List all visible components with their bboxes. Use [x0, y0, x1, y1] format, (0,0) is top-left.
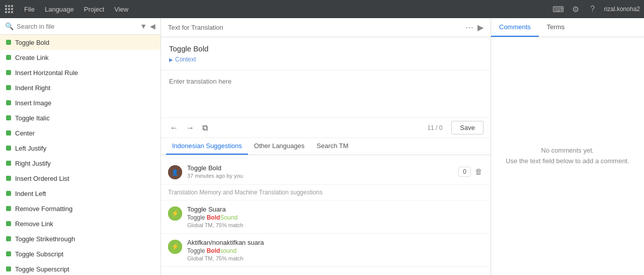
help-icon[interactable]: ? — [587, 4, 598, 15]
sidebar-item-insert-ordered-list[interactable]: Insert Ordered List — [0, 171, 160, 186]
sidebar-item-remove-formatting[interactable]: Remove Formatting — [0, 201, 160, 216]
tm-match: Global TM, 75% match — [187, 222, 484, 228]
sidebar-item-create-link[interactable]: Create Link — [0, 50, 160, 65]
search-bar: 🔍 ▼ ◀ — [0, 18, 160, 35]
filter-icon[interactable]: ▼ — [140, 22, 147, 30]
status-dot — [6, 40, 11, 45]
right-tabs: Comments Terms — [491, 18, 644, 37]
topbar-right: ⌨ ⚙ ? rizal.konoha2 — [553, 4, 640, 15]
character-counter: 11 / 0 — [427, 124, 442, 131]
keyboard-icon[interactable]: ⌨ — [553, 4, 564, 15]
tm-suggestion-item: ⚡ Aktifkan/nonaktifkan suara Toggle Bold… — [161, 234, 491, 267]
settings-icon[interactable]: ⚙ — [570, 4, 581, 15]
topbar-menu: File Language Project View — [20, 4, 132, 15]
sidebar-item-insert-horizontal-rule[interactable]: Insert Horizontal Rule — [0, 65, 160, 80]
tm-title: Aktifkan/nonaktifkan suara — [187, 239, 484, 246]
suggestion-meta: 37 minutes ago by you — [187, 173, 453, 179]
sidebar-item-toggle-superscript[interactable]: Toggle Superscript — [0, 261, 160, 275]
source-string-area: Toggle Bold ▶ Context — [161, 37, 491, 71]
sidebar-list: Toggle Bold Create Link Insert Horizonta… — [0, 35, 160, 275]
sidebar-item-remove-link[interactable]: Remove Link — [0, 216, 160, 231]
translation-header-icons: ⋯ ▶ — [465, 23, 484, 32]
translation-header: Text for Translation ⋯ ▶ — [161, 18, 491, 37]
status-dot — [6, 251, 11, 256]
copy-source-button[interactable]: ⧉ — [200, 121, 210, 134]
tm-highlight-sound: Sound — [220, 214, 237, 221]
comments-content: No comments yet. Use the text field belo… — [491, 37, 644, 275]
menu-view[interactable]: View — [110, 4, 132, 15]
translation-textarea[interactable] — [161, 71, 491, 116]
status-dot — [6, 100, 11, 105]
search-input[interactable] — [17, 23, 137, 30]
tab-search-tm[interactable]: Search TM — [310, 138, 354, 155]
tm-icon: ⚡ — [168, 207, 182, 221]
suggestion-score: 0 — [458, 167, 471, 177]
status-dot — [6, 161, 11, 166]
save-button[interactable]: Save — [451, 121, 484, 134]
status-dot — [6, 115, 11, 120]
tm-highlight-bold: Bold — [207, 247, 220, 254]
sidebar-item-label: Insert Image — [15, 99, 51, 107]
tm-body: Aktifkan/nonaktifkan suara Toggle Boldso… — [187, 239, 484, 261]
sidebar-item-label: Toggle Bold — [15, 39, 49, 46]
menu-project[interactable]: Project — [80, 4, 108, 15]
suggestions-tabs: Indonesian Suggestions Other Languages S… — [161, 138, 491, 155]
main-layout: 🔍 ▼ ◀ Toggle Bold Create Link Insert Hor… — [0, 18, 644, 275]
sidebar: 🔍 ▼ ◀ Toggle Bold Create Link Insert Hor… — [0, 18, 161, 275]
context-toggle[interactable]: ▶ Context — [169, 56, 482, 63]
status-dot — [6, 206, 11, 211]
app-grid-icon[interactable] — [4, 4, 14, 14]
menu-file[interactable]: File — [20, 4, 39, 15]
expand-icon[interactable]: ▶ — [477, 23, 484, 32]
sidebar-item-label: Left Justify — [15, 145, 46, 152]
status-dot — [6, 130, 11, 135]
search-icon: 🔍 — [5, 22, 14, 30]
sidebar-item-toggle-subscript[interactable]: Toggle Subscript — [0, 246, 160, 261]
sidebar-item-right-justify[interactable]: Right Justify — [0, 156, 160, 171]
next-string-button[interactable]: → — [184, 121, 196, 134]
suggestions-list: 👤 Toggle Bold 37 minutes ago by you 0 🗑 … — [161, 155, 491, 275]
tm-match: Global TM, 75% match — [187, 255, 484, 261]
sidebar-item-indent-right[interactable]: Indent Right — [0, 80, 160, 95]
status-dot — [6, 176, 11, 181]
status-dot — [6, 221, 11, 226]
prev-string-button[interactable]: ← — [168, 121, 180, 134]
context-arrow-icon: ▶ — [169, 57, 173, 62]
sidebar-item-label: Center — [15, 129, 35, 137]
tab-other-languages[interactable]: Other Languages — [248, 138, 310, 155]
suggestion-delete-button[interactable]: 🗑 — [474, 166, 484, 177]
tm-subtitle: Toggle BoldSound — [187, 214, 484, 221]
menu-language[interactable]: Language — [41, 4, 78, 15]
tm-body: Toggle Suara Toggle BoldSound Global TM,… — [187, 205, 484, 228]
sidebar-item-label: Remove Link — [15, 220, 53, 228]
tm-header: Translation Memory and Machine Translati… — [161, 185, 491, 200]
sidebar-item-left-justify[interactable]: Left Justify — [0, 141, 160, 156]
tab-indonesian-suggestions[interactable]: Indonesian Suggestions — [166, 138, 248, 155]
suggestions-panel: Indonesian Suggestions Other Languages S… — [161, 138, 491, 275]
sidebar-collapse-button[interactable]: ◀ — [150, 22, 155, 30]
sidebar-item-label: Insert Horizontal Rule — [15, 69, 78, 77]
tm-subtitle: Toggle Boldsound — [187, 247, 484, 254]
tab-comments[interactable]: Comments — [491, 18, 539, 37]
suggestion-actions: 0 🗑 — [458, 166, 484, 177]
user-avatar: 👤 — [168, 165, 182, 179]
sidebar-item-label: Indent Left — [15, 190, 46, 197]
svg-text:⚡: ⚡ — [171, 242, 180, 251]
user-suggestion-item: 👤 Toggle Bold 37 minutes ago by you 0 🗑 — [161, 159, 491, 185]
tab-terms[interactable]: Terms — [539, 18, 573, 37]
sidebar-item-toggle-bold[interactable]: Toggle Bold — [0, 35, 160, 50]
center-panel: Text for Translation ⋯ ▶ Toggle Bold ▶ C… — [161, 18, 491, 275]
sidebar-item-label: Toggle Italic — [15, 114, 50, 122]
user-account[interactable]: rizal.konoha2 — [604, 6, 640, 13]
translation-header-title: Text for Translation — [168, 24, 461, 31]
sidebar-item-center[interactable]: Center — [0, 125, 160, 141]
sidebar-item-toggle-strikethrough[interactable]: Toggle Strikethrough — [0, 231, 160, 246]
sidebar-item-insert-image[interactable]: Insert Image — [0, 95, 160, 110]
sidebar-item-indent-left[interactable]: Indent Left — [0, 186, 160, 201]
tm-sub-prefix: Toggle — [187, 214, 207, 221]
more-options-icon[interactable]: ⋯ — [465, 23, 473, 32]
sidebar-item-label: Toggle Subscript — [15, 250, 63, 258]
sidebar-item-toggle-italic[interactable]: Toggle Italic — [0, 110, 160, 125]
sidebar-item-label: Indent Right — [15, 84, 50, 92]
tm-title: Toggle Suara — [187, 205, 484, 213]
